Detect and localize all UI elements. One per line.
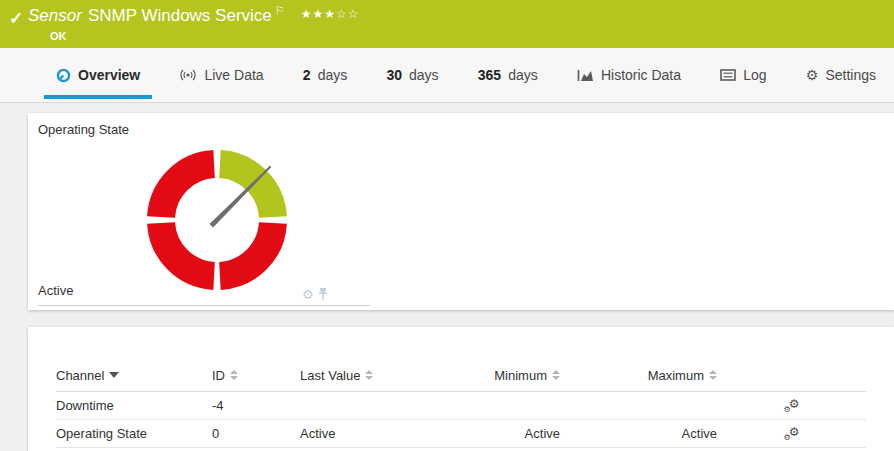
tab-label: days — [508, 67, 538, 83]
log-icon — [720, 69, 736, 81]
tab-365-days[interactable]: 365 days — [466, 48, 550, 102]
sensor-status-text: OK — [50, 30, 67, 42]
tab-2-days[interactable]: 2 days — [291, 48, 359, 102]
tab-historic-data[interactable]: Historic Data — [565, 48, 693, 102]
cell-channel: Downtime — [56, 398, 212, 413]
cell-actions: ⚙⚙ — [717, 398, 866, 413]
gauge-channel-title: Operating State — [38, 122, 129, 137]
column-label: ID — [212, 368, 225, 383]
sort-icon — [230, 370, 238, 380]
tab-number: 30 — [386, 67, 402, 83]
tab-label: days — [318, 67, 348, 83]
tab-label: Settings — [825, 67, 876, 83]
operating-state-gauge — [147, 150, 287, 290]
priority-stars[interactable]: ★★★☆☆ — [301, 7, 360, 21]
tab-label: Live Data — [204, 67, 263, 83]
table-row-downtime[interactable]: Downtime -4 ⚙⚙ — [56, 392, 866, 420]
sort-icon — [365, 370, 373, 380]
tab-30-days[interactable]: 30 days — [374, 48, 450, 102]
cell-maximum: Active — [560, 426, 717, 441]
gauge-segment-error-1 — [220, 223, 273, 276]
table-header-row: Channel ID Last Value Minimum Maximum — [56, 359, 866, 392]
cell-id: -4 — [212, 398, 300, 413]
column-label: Channel — [56, 368, 104, 383]
tab-live-data[interactable]: Live Data — [167, 48, 275, 102]
gauge-tile-toolbar: ⚙ — [302, 287, 328, 301]
column-header-id[interactable]: ID — [212, 368, 300, 383]
cell-channel: Operating State — [56, 426, 212, 441]
gear-icon: ⚙ — [806, 68, 819, 82]
tab-label: Historic Data — [601, 67, 681, 83]
sensor-status-header: ✓ SensorSNMP Windows Service⚐★★★☆☆ OK — [0, 0, 894, 48]
column-header-maximum[interactable]: Maximum — [560, 368, 717, 383]
tab-label: Overview — [78, 67, 140, 83]
sort-icon — [552, 370, 560, 380]
tab-number: 365 — [478, 67, 501, 83]
column-label: Maximum — [648, 368, 704, 383]
priority-flag-icon[interactable]: ⚐ — [275, 4, 285, 16]
tab-label: days — [409, 67, 439, 83]
gauge-tile-divider — [38, 305, 370, 306]
column-label: Last Value — [300, 368, 360, 383]
column-header-channel[interactable]: Channel — [56, 368, 212, 383]
column-label: Minimum — [494, 368, 547, 383]
gauge-segment-error-3 — [161, 164, 214, 217]
cell-actions: ⚙⚙ — [717, 426, 866, 441]
tab-settings[interactable]: ⚙ Settings — [794, 48, 888, 102]
table-row-operating-state[interactable]: Operating State 0 Active Active Active ⚙… — [56, 420, 866, 448]
gauge-icon — [56, 68, 71, 83]
sort-desc-icon — [109, 372, 119, 378]
column-header-minimum[interactable]: Minimum — [460, 368, 560, 383]
sensor-title-line: SensorSNMP Windows Service⚐★★★☆☆ — [28, 6, 359, 26]
tab-overview[interactable]: Overview — [44, 48, 152, 102]
gauge-segment-error-2 — [161, 223, 214, 276]
tab-label: Log — [743, 67, 766, 83]
gauge-current-value: Active — [38, 283, 73, 298]
tab-log[interactable]: Log — [708, 48, 778, 102]
tab-number: 2 — [303, 67, 311, 83]
object-kind-label: Sensor — [28, 6, 82, 25]
channel-settings-gears-icon[interactable]: ⚙⚙ — [784, 398, 800, 413]
broadcast-icon — [179, 69, 197, 81]
pin-icon[interactable] — [318, 287, 328, 301]
ok-check-icon: ✓ — [9, 8, 23, 29]
sensor-name[interactable]: SNMP Windows Service — [88, 6, 272, 25]
cell-minimum: Active — [460, 426, 560, 441]
channels-table: Channel ID Last Value Minimum Maximum — [28, 359, 894, 448]
gauge-settings-gear-icon[interactable]: ⚙ — [302, 288, 314, 301]
cell-id: 0 — [212, 426, 300, 441]
channel-settings-gears-icon[interactable]: ⚙⚙ — [784, 426, 800, 441]
area-chart-icon — [577, 69, 594, 82]
tab-bar: Overview Live Data 2 days 30 days 365 da… — [0, 48, 894, 103]
cell-last-value: Active — [300, 426, 460, 441]
column-header-last-value[interactable]: Last Value — [300, 368, 460, 383]
sort-icon — [709, 370, 717, 380]
overview-gauge-panel: Operating State Active ⚙ — [28, 113, 894, 310]
channels-table-panel: Channel ID Last Value Minimum Maximum — [28, 327, 894, 451]
